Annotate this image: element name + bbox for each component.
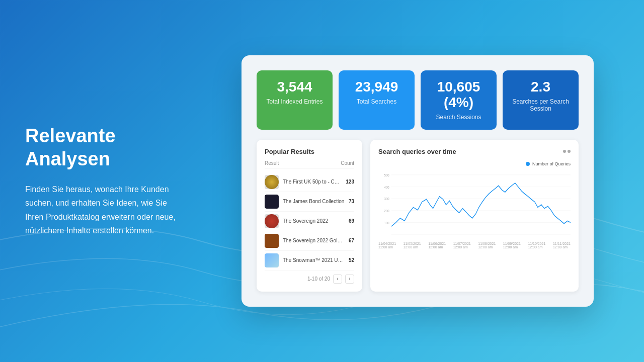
stat-card-per-session: 2.3 Searches per Search Session <box>503 70 579 130</box>
result-count-1: 123 <box>346 179 354 185</box>
popular-results-title: Popular Results <box>265 148 354 155</box>
results-table-header: Result Count <box>265 160 354 168</box>
legend-dot-icon <box>526 162 530 166</box>
svg-text:200: 200 <box>384 209 389 213</box>
stat-value-indexed: 3,544 <box>265 79 325 95</box>
stat-value-sessions: 10,605 (4%) <box>429 79 489 111</box>
stat-label-indexed: Total Indexed Entries <box>265 98 325 105</box>
stat-label-sessions: Search Sessions <box>429 114 489 121</box>
col-result-label: Result <box>265 160 279 166</box>
stat-value-searches: 23,949 <box>347 79 407 95</box>
thumbnail-4 <box>265 234 279 248</box>
thumbnail-3 <box>265 214 279 228</box>
page-title: Relevante Analysen <box>25 125 186 170</box>
dashboard-card: 3,544 Total Indexed Entries 23,949 Total… <box>242 55 594 307</box>
result-count-4: 67 <box>349 238 354 243</box>
thumbnail-5 <box>265 253 279 267</box>
dot-icon <box>568 150 571 153</box>
chart-title: Search queries over time <box>378 148 456 155</box>
result-count-5: 52 <box>349 257 354 263</box>
right-section: 3,544 Total Indexed Entries 23,949 Total… <box>211 35 644 327</box>
thumbnail-1 <box>265 175 279 189</box>
chart-options-button[interactable] <box>563 150 571 153</box>
svg-text:400: 400 <box>384 185 389 189</box>
stat-value-per-session: 2.3 <box>511 79 571 95</box>
stat-card-indexed: 3,544 Total Indexed Entries <box>257 70 333 130</box>
svg-text:100: 100 <box>384 221 389 225</box>
chart-header: Search queries over time <box>378 148 571 155</box>
x-label-6: 11/09/202112:00 am <box>503 242 521 249</box>
pagination-next-button[interactable]: › <box>345 275 354 284</box>
chart-container: 500 400 300 200 100 <box>378 169 571 240</box>
x-label-4: 11/07/202112:00 am <box>453 242 471 249</box>
x-label-1: 11/04/202112:00 am <box>378 242 396 249</box>
svg-text:500: 500 <box>384 173 389 177</box>
result-name-3: The Sovereign 2022 <box>283 218 345 224</box>
stat-label-searches: Total Searches <box>347 98 407 105</box>
stat-label-per-session: Searches per Search Session <box>511 98 571 112</box>
page-description: Finden Sie heraus, wonach Ihre Kunden su… <box>25 183 186 237</box>
result-count-3: 69 <box>349 218 354 224</box>
chart-panel: Search queries over time Number of Queri… <box>370 140 579 292</box>
x-label-3: 11/06/202112:00 am <box>428 242 446 249</box>
result-name-5: The Snowman™ 2021 UK 50p ... <box>283 257 345 263</box>
legend-label: Number of Queries <box>532 161 571 166</box>
x-label-8: 11/11/202112:00 am <box>553 242 571 249</box>
stat-card-searches: 23,949 Total Searches <box>339 70 415 130</box>
thumbnail-2 <box>265 195 279 209</box>
chart-legend: Number of Queries <box>378 161 571 166</box>
list-item: The Sovereign 2022 69 <box>265 212 354 231</box>
stat-card-sessions: 10,605 (4%) Search Sessions <box>421 70 497 130</box>
list-item: The Snowman™ 2021 UK 50p ... 52 <box>265 251 354 270</box>
x-label-5: 11/08/202112:00 am <box>478 242 496 249</box>
x-axis-labels: 11/04/202112:00 am 11/05/202112:00 am 11… <box>378 242 571 249</box>
list-item: The James Bond Collection 73 <box>265 192 354 212</box>
pagination-text: 1-10 of 20 <box>307 276 330 282</box>
svg-text:300: 300 <box>384 197 389 201</box>
x-label-2: 11/05/202112:00 am <box>404 242 421 249</box>
pagination-row: 1-10 of 20 ‹ › <box>265 275 354 284</box>
x-label-7: 11/10/202112:00 am <box>528 242 545 249</box>
popular-results-panel: Popular Results Result Count The First U… <box>257 140 362 292</box>
pagination-prev-button[interactable]: ‹ <box>333 275 342 284</box>
panels-row: Popular Results Result Count The First U… <box>257 140 579 292</box>
result-name-2: The James Bond Collection <box>283 199 345 204</box>
result-count-2: 73 <box>349 199 354 204</box>
stats-row: 3,544 Total Indexed Entries 23,949 Total… <box>257 70 579 130</box>
list-item: The Sovereign 2022 Gold Proo... 67 <box>265 231 354 251</box>
dot-icon <box>563 150 566 153</box>
result-name-1: The First UK 50p to - Celebrat... <box>283 179 342 185</box>
left-section: Relevante Analysen Finden Sie heraus, wo… <box>0 95 211 267</box>
result-name-4: The Sovereign 2022 Gold Proo... <box>283 238 345 243</box>
list-item: The First UK 50p to - Celebrat... 123 <box>265 172 354 192</box>
col-count-label: Count <box>341 160 354 166</box>
